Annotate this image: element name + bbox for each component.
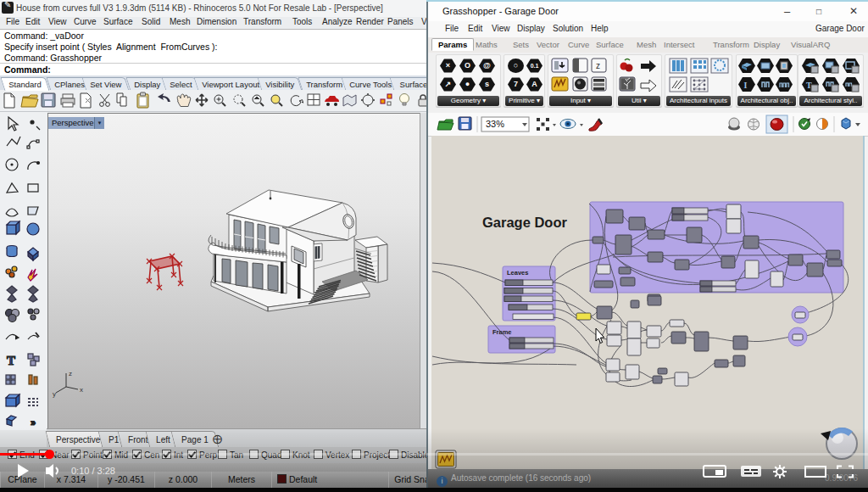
svg-text:z: z	[596, 61, 600, 70]
svg-text:z: z	[69, 370, 72, 377]
svg-text:T: T	[7, 354, 15, 367]
svg-text:I: I	[744, 81, 748, 90]
svg-text:Frame: Frame	[492, 328, 512, 336]
svg-text:x: x	[80, 386, 83, 394]
svg-text:»: »	[31, 417, 36, 428]
svg-text:33%: 33%	[486, 119, 504, 129]
svg-text:y: y	[53, 390, 56, 398]
svg-text:Leaves: Leaves	[507, 269, 528, 277]
svg-text:Garage Door: Garage Door	[482, 215, 568, 230]
